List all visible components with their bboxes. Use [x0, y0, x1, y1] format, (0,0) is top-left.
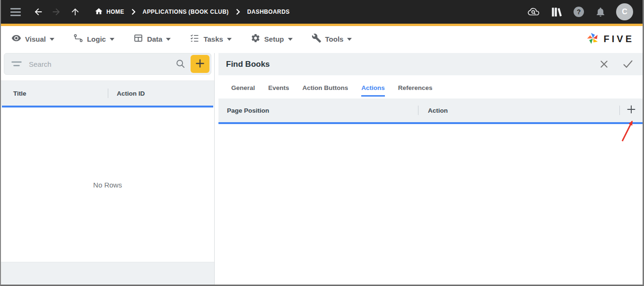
notifications-bell-icon[interactable]: [595, 6, 606, 18]
add-action-button[interactable]: [620, 105, 643, 116]
breadcrumb-dashboards[interactable]: DASHBOARDS: [247, 9, 290, 15]
up-arrow-icon[interactable]: [70, 7, 80, 17]
forward-arrow-icon[interactable]: [51, 7, 61, 17]
setup-gear-icon: [251, 33, 261, 45]
tab-actions-label: Actions: [361, 84, 385, 91]
add-record-button[interactable]: [191, 55, 209, 73]
breadcrumb-applications-label: APPLICATIONS (BOOK CLUB): [143, 9, 229, 15]
home-icon: [95, 7, 103, 17]
tab-action-buttons-label: Action Buttons: [303, 84, 348, 91]
column-header-title[interactable]: Title: [1, 90, 108, 97]
back-arrow-icon[interactable]: [33, 7, 44, 17]
visual-eye-icon: [11, 33, 21, 45]
column-header-page-position[interactable]: Page Position: [218, 107, 418, 114]
tab-events[interactable]: Events: [261, 78, 296, 97]
menu-logic-label: Logic: [87, 35, 106, 43]
chevron-right-icon: [236, 9, 240, 15]
menubar: Visual Logic Data Tasks: [1, 26, 643, 52]
main-content: Title Action ID No Rows Find Books: [1, 52, 643, 285]
chevron-down-icon: [110, 38, 114, 41]
avatar-initial: C: [622, 8, 627, 16]
menu-tools[interactable]: Tools: [312, 33, 352, 45]
cloud-search-icon[interactable]: [527, 6, 540, 18]
menu-data-label: Data: [147, 35, 163, 43]
five-brand-logo: FIVE: [586, 31, 634, 47]
menu-setup[interactable]: Setup: [251, 33, 293, 45]
filter-icon[interactable]: [11, 61, 22, 67]
menu-tasks-label: Tasks: [203, 35, 223, 43]
chevron-down-icon: [227, 38, 232, 41]
menu-visual[interactable]: Visual: [11, 33, 54, 45]
chevron-down-icon: [288, 38, 293, 41]
breadcrumb-home-label: HOME: [106, 9, 124, 15]
left-list-panel: Title Action ID No Rows: [1, 53, 215, 285]
detail-header: Find Books: [218, 53, 643, 75]
add-row-icon: [627, 105, 636, 116]
chevron-down-icon: [166, 38, 171, 41]
five-brand-text: FIVE: [604, 34, 634, 45]
chevron-down-icon: [347, 38, 352, 41]
user-avatar[interactable]: C: [616, 3, 633, 20]
empty-state-text: No Rows: [93, 181, 122, 189]
breadcrumb: HOME APPLICATIONS (BOOK CLUB) DASHBOARDS: [95, 7, 290, 17]
search-icon[interactable]: [175, 59, 186, 69]
tab-general-label: General: [231, 84, 255, 91]
tab-actions[interactable]: Actions: [355, 78, 392, 97]
menu-tools-label: Tools: [325, 35, 344, 43]
breadcrumb-home[interactable]: HOME: [95, 7, 124, 17]
app-window: HOME APPLICATIONS (BOOK CLUB) DASHBOARDS: [0, 0, 644, 286]
confirm-check-icon[interactable]: [623, 60, 633, 69]
menu-setup-label: Setup: [264, 35, 284, 43]
add-icon: [195, 59, 205, 70]
five-pinwheel-icon: [586, 31, 600, 47]
actions-grid-body: [218, 124, 643, 285]
logic-flow-icon: [73, 33, 83, 45]
tab-bar: General Events Action Buttons Actions Re…: [218, 78, 643, 97]
page-title: Find Books: [226, 60, 600, 69]
left-grid-footer: [1, 262, 214, 285]
tab-references[interactable]: References: [392, 78, 439, 97]
topbar-right-actions: ? C: [527, 3, 643, 20]
search-input[interactable]: [28, 60, 171, 69]
menu-visual-label: Visual: [25, 35, 46, 43]
chevron-right-icon: [131, 9, 136, 15]
tasks-checklist-icon: [190, 33, 200, 45]
breadcrumb-dashboards-label: DASHBOARDS: [247, 9, 290, 15]
svg-text:?: ?: [577, 8, 581, 16]
left-grid-header: Title Action ID: [1, 80, 214, 106]
tools-build-icon: [312, 33, 322, 45]
tab-general[interactable]: General: [225, 78, 261, 97]
actions-grid-header: Page Position Action: [218, 98, 643, 122]
detail-panel: Find Books General Events Action Buttons…: [218, 53, 643, 285]
chevron-down-icon: [50, 38, 54, 41]
tab-action-buttons[interactable]: Action Buttons: [296, 78, 355, 97]
topbar: HOME APPLICATIONS (BOOK CLUB) DASHBOARDS: [1, 0, 643, 26]
menu-logic[interactable]: Logic: [73, 33, 114, 45]
help-icon[interactable]: ?: [573, 6, 585, 18]
column-header-action[interactable]: Action: [418, 107, 619, 114]
data-table-icon: [133, 33, 143, 45]
column-header-action-id[interactable]: Action ID: [108, 90, 145, 97]
tab-references-label: References: [398, 84, 433, 91]
search-bar: [4, 53, 211, 75]
hamburger-menu-icon[interactable]: [10, 8, 21, 16]
menu-tasks[interactable]: Tasks: [190, 33, 231, 45]
close-icon[interactable]: [600, 60, 609, 69]
breadcrumb-applications[interactable]: APPLICATIONS (BOOK CLUB): [143, 9, 229, 15]
library-books-icon[interactable]: [550, 6, 563, 18]
menu-data[interactable]: Data: [133, 33, 171, 45]
tab-events-label: Events: [268, 84, 289, 91]
left-grid-body: No Rows: [1, 107, 214, 262]
